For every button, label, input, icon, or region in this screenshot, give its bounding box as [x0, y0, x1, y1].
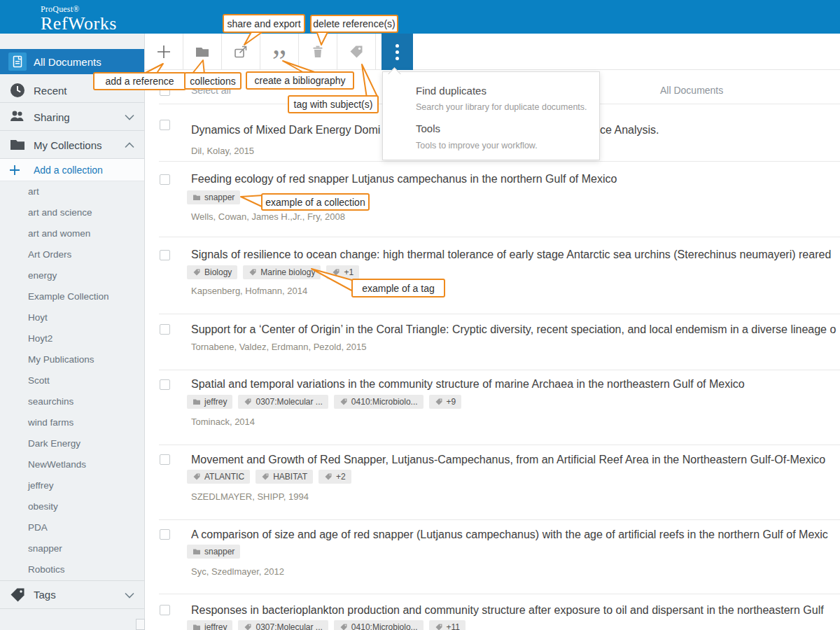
toolbar: ”	[145, 34, 840, 70]
sidebar-item-label: Recent	[34, 85, 67, 97]
collection-item[interactable]: wind farms	[0, 412, 144, 433]
share-icon	[232, 43, 249, 60]
create-bibliography-button[interactable]: ”	[260, 34, 299, 70]
tag-chip[interactable]: 0307:Molecular ...	[238, 620, 328, 630]
sidebar-item-all-documents[interactable]: All Documents	[0, 49, 144, 74]
chevron-down-icon[interactable]	[125, 111, 134, 123]
add-collection-button[interactable]: Add a collection	[0, 159, 144, 181]
people-icon	[8, 108, 27, 126]
document-icon	[8, 52, 27, 71]
menu-item-find-duplicates[interactable]: Find duplicates	[416, 85, 486, 97]
tag-icon	[192, 268, 201, 276]
document-title[interactable]: Signals of resilience to ocean change: h…	[191, 248, 840, 261]
document-title[interactable]: Responses in bacterioplankton production…	[191, 604, 840, 617]
clock-icon	[8, 81, 27, 99]
tag-chip[interactable]: +1	[326, 265, 359, 279]
divider	[159, 314, 840, 314]
row-checkbox[interactable]	[160, 250, 170, 260]
add-reference-button[interactable]	[145, 34, 183, 70]
document-authors: SZEDLMAYER, SHIPP, 1994	[191, 491, 309, 502]
collection-item[interactable]: My Publications	[0, 349, 144, 370]
tag-chip[interactable]: +2	[318, 470, 351, 484]
tag-chip[interactable]: HABITAT	[255, 470, 313, 484]
sidebar-item-label: All Documents	[34, 56, 102, 68]
folder-icon	[192, 398, 201, 406]
sidebar-item-sharing[interactable]: Sharing	[0, 104, 144, 131]
document-authors: Kapsenberg, Hofmann, 2014	[191, 286, 307, 296]
chip-label: ATLANTIC	[204, 472, 244, 482]
chips-row: jeffrey 0307:Molecular ... 0410:Microbio…	[187, 395, 467, 409]
share-export-button[interactable]	[222, 34, 260, 70]
collection-item[interactable]: Art Orders	[0, 244, 144, 265]
document-title[interactable]: Spatial and temporal variations in the c…	[191, 378, 840, 391]
collection-item[interactable]: obesity	[0, 496, 144, 517]
menu-item-tools[interactable]: Tools	[416, 122, 440, 134]
chevron-down-icon[interactable]	[125, 589, 134, 601]
chip-label: +11	[447, 622, 460, 630]
sidebar-item-label: My Collections	[34, 139, 102, 151]
tag-icon	[340, 398, 348, 406]
tag-button[interactable]	[337, 34, 376, 70]
tag-chip[interactable]: Biology	[187, 265, 237, 279]
tag-chip[interactable]: 0410:Microbiolo...	[334, 620, 424, 630]
row-checkbox[interactable]	[160, 379, 170, 390]
tag-icon	[332, 268, 340, 276]
tag-icon	[261, 472, 270, 481]
collection-chip[interactable]: jeffrey	[187, 395, 232, 409]
tag-icon	[435, 398, 443, 406]
document-title-continued[interactable]: ce Analysis.	[600, 124, 659, 136]
tag-chip[interactable]: 0410:Microbiolo...	[334, 395, 424, 409]
row-checkbox[interactable]	[160, 324, 170, 335]
collection-item[interactable]: art and science	[0, 202, 144, 223]
collection-item[interactable]: NewWetlands	[0, 454, 144, 475]
tag-chip[interactable]: ATLANTIC	[187, 470, 250, 484]
row-checkbox[interactable]	[160, 120, 170, 130]
chips-row: snapper	[187, 190, 246, 204]
collection-chip[interactable]: snapper	[187, 545, 240, 559]
collection-item[interactable]: art and women	[0, 223, 144, 244]
collection-chip[interactable]: jeffrey	[187, 620, 232, 630]
tag-icon	[348, 43, 365, 60]
document-title[interactable]: Feeding ecology of red snapper Lutjanus …	[191, 173, 840, 186]
collection-item[interactable]: seaurchins	[0, 391, 144, 412]
chip-label: Biology	[204, 267, 232, 277]
collection-item[interactable]: Example Collection	[0, 286, 144, 307]
collection-item[interactable]: snapper	[0, 538, 144, 559]
collection-chip[interactable]: snapper	[187, 190, 240, 204]
row-checkbox[interactable]	[160, 174, 170, 185]
chip-label: +9	[447, 397, 456, 407]
sidebar-item-tags[interactable]: Tags	[0, 580, 144, 609]
collection-item[interactable]: energy	[0, 265, 144, 286]
collections-button[interactable]	[183, 34, 222, 70]
tag-chip[interactable]: +11	[429, 620, 465, 630]
collection-item[interactable]: Dark Energy	[0, 433, 144, 454]
row-checkbox[interactable]	[160, 454, 170, 465]
tag-chip[interactable]: 0307:Molecular ...	[238, 395, 328, 409]
chevron-up-icon[interactable]	[125, 139, 134, 151]
chips-row: Biology Marine biology +1	[187, 265, 365, 279]
refworks-wordmark: RefWorks	[41, 15, 117, 33]
tag-chip[interactable]: Marine biology	[243, 265, 321, 279]
more-menu-button[interactable]	[382, 34, 413, 70]
document-title[interactable]: A comparison of size and age of red snap…	[191, 528, 840, 541]
document-title[interactable]: Movement and Growth of Red Snapper, Lutj…	[191, 454, 840, 466]
folder-icon	[8, 136, 27, 153]
chip-label: 0410:Microbiolo...	[351, 622, 418, 630]
refworks-app: ProQuest® RefWorks All Documents	[0, 0, 840, 630]
collection-item[interactable]: art	[0, 181, 144, 202]
collection-item[interactable]: Scott	[0, 370, 144, 391]
collection-item[interactable]: Hoyt2	[0, 328, 144, 349]
collection-item[interactable]: Robotics	[0, 559, 144, 580]
delete-reference-button[interactable]	[299, 34, 337, 70]
row-checkbox[interactable]	[160, 605, 170, 615]
collection-item[interactable]: PDA	[0, 517, 144, 538]
view-title: All Documents	[660, 85, 723, 96]
divider	[159, 237, 840, 237]
document-title[interactable]: Support for a ‘Center of Origin’ in the …	[191, 323, 840, 336]
chip-label: jeffrey	[204, 622, 227, 630]
tag-chip[interactable]: +9	[429, 395, 462, 409]
collection-item[interactable]: Hoyt	[0, 307, 144, 328]
sidebar-item-my-collections[interactable]: My Collections	[0, 132, 144, 159]
row-checkbox[interactable]	[160, 529, 170, 540]
collection-item[interactable]: jeffrey	[0, 475, 144, 496]
